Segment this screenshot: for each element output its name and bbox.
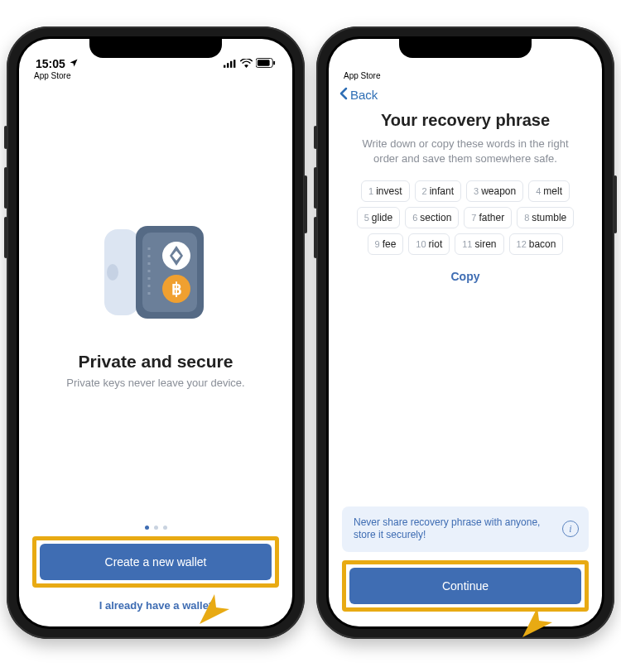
recovery-word-text: section (420, 212, 451, 223)
recovery-word-chip: 7father (464, 207, 512, 228)
page-indicator (19, 526, 292, 530)
recovery-word-number: 7 (471, 213, 476, 223)
warning-text: Never share recovery phrase with anyone,… (354, 516, 540, 541)
back-label: Back (350, 88, 378, 102)
recovery-word-text: bacon (529, 238, 556, 250)
recovery-word-chip: 11siren (455, 233, 503, 255)
recovery-word-number: 5 (364, 213, 369, 223)
svg-rect-2 (230, 61, 232, 68)
recovery-word-number: 1 (368, 186, 373, 196)
svg-rect-6 (273, 61, 275, 65)
recovery-word-number: 10 (416, 239, 426, 249)
phone-mockup-left: 15:05 (7, 26, 305, 639)
wifi-icon (240, 57, 253, 70)
cursor-pointer-icon (518, 602, 554, 639)
recovery-word-text: glide (372, 212, 392, 223)
svg-point-8 (107, 264, 118, 281)
app-source-label: App Store (19, 71, 292, 80)
onboarding-title: Private and secure (79, 352, 233, 372)
chevron-left-icon (339, 87, 349, 103)
continue-button[interactable]: Continue (349, 568, 581, 604)
location-icon (69, 57, 79, 70)
recovery-word-chip: 4melt (528, 180, 570, 202)
recovery-word-number: 4 (536, 186, 541, 196)
info-icon[interactable]: i (562, 521, 579, 537)
cursor-pointer-icon (195, 589, 231, 626)
recovery-title: Your recovery phrase (349, 111, 582, 130)
recovery-word-text: invest (376, 185, 402, 197)
create-wallet-button[interactable]: Create a new wallet (40, 544, 272, 580)
recovery-word-chip: 6section (405, 207, 459, 228)
svg-rect-5 (258, 60, 270, 65)
recovery-word-number: 2 (422, 186, 427, 196)
pager-dot (154, 526, 158, 530)
recovery-word-chip: 10riot (408, 233, 450, 255)
recovery-word-chip: 8stumble (517, 207, 574, 228)
warning-banner: Never share recovery phrase with anyone,… (342, 506, 589, 552)
recovery-word-text: melt (543, 185, 562, 197)
recovery-word-number: 6 (412, 213, 417, 223)
device-notch (89, 36, 222, 58)
svg-rect-0 (224, 65, 225, 68)
recovery-words-grid: 1invest2infant3weapon4melt5glide6section… (329, 166, 602, 255)
recovery-word-chip: 1invest (361, 180, 409, 202)
safe-illustration: ฿ (98, 214, 214, 330)
have-wallet-link[interactable]: I already have a wallet (32, 599, 279, 612)
recovery-word-text: fee (383, 238, 397, 250)
recovery-word-number: 11 (462, 239, 472, 249)
svg-text:฿: ฿ (171, 280, 182, 298)
pager-dot (145, 526, 149, 530)
app-source-label: App Store (329, 71, 602, 80)
recovery-word-text: siren (475, 238, 497, 250)
recovery-word-text: stumble (532, 212, 566, 223)
copy-button[interactable]: Copy (329, 270, 602, 283)
recovery-word-number: 8 (524, 213, 529, 223)
svg-rect-1 (227, 63, 229, 68)
recovery-word-chip: 9fee (368, 233, 404, 255)
device-notch (399, 36, 532, 58)
recovery-word-text: infant (430, 185, 454, 197)
recovery-word-text: riot (429, 238, 443, 250)
onboarding-subtitle: Private keys never leave your device. (66, 377, 244, 389)
back-button[interactable]: Back (329, 85, 602, 103)
recovery-word-chip: 2infant (415, 180, 461, 202)
recovery-word-number: 12 (517, 239, 527, 249)
battery-icon (256, 57, 276, 70)
recovery-word-chip: 5glide (357, 207, 400, 228)
recovery-word-text: weapon (481, 185, 516, 197)
recovery-word-chip: 3weapon (466, 180, 523, 202)
recovery-word-text: father (479, 212, 504, 223)
phone-mockup-right: App Store Back Your recovery phrase Writ… (316, 26, 614, 639)
highlight-frame: Create a new wallet (32, 536, 279, 588)
recovery-word-number: 3 (474, 186, 479, 196)
recovery-word-number: 9 (375, 239, 380, 249)
pager-dot (163, 526, 167, 530)
svg-rect-3 (233, 60, 235, 68)
status-time: 15:05 (36, 57, 65, 70)
cellular-icon (224, 57, 237, 70)
recovery-subtitle: Write down or copy these words in the ri… (349, 137, 582, 166)
recovery-word-chip: 12bacon (509, 233, 564, 255)
